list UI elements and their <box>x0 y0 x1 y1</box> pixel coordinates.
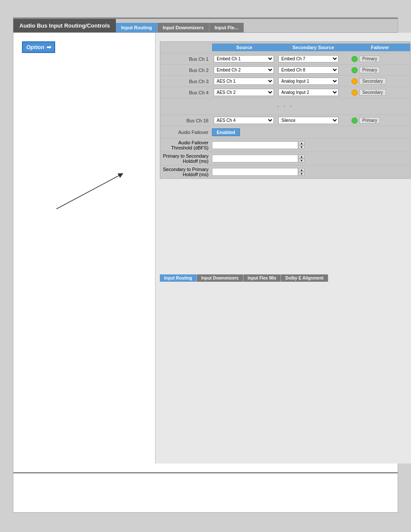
bus-ch1-failover-cell: Primary <box>350 56 410 62</box>
bus-ch3-label: Bus Ch 3 <box>160 79 212 84</box>
secondary-holdoff-input[interactable]: 0 <box>212 168 298 176</box>
page-wrapper: Audio Bus Input Routing/Controls Input R… <box>13 17 398 513</box>
bus-ch2-status-dot <box>352 67 358 73</box>
bottom-tabs: Input Routing Input Downmixers Input Fle… <box>160 274 411 282</box>
col-secondary-header: Secondary Source <box>277 44 350 51</box>
secondary-holdoff-label: Secondary to Primary Holdoff (ms) <box>160 167 212 177</box>
bus-ch3-source-cell: AES Ch 1 <box>212 77 277 85</box>
tabs-section: Input Routing Input Downmixers Input Fle… <box>116 19 244 32</box>
primary-holdoff-row: Primary to Secondary Holdoff (ms) 5000 ▲… <box>160 152 410 165</box>
routing-table-wrapper: Source Secondary Source Failover Bus Ch … <box>160 41 411 282</box>
routing-table-header: Source Secondary Source Failover <box>160 42 410 53</box>
bus-ch1-source-select[interactable]: Embed Ch 1 <box>214 55 274 62</box>
bus-ch1-secondary-select[interactable]: Embed Ch 7 <box>278 55 339 62</box>
audio-failover-label: Audio Failover <box>160 130 212 135</box>
bus-ch2-label: Bus Ch 2 <box>160 68 212 73</box>
bus-ch3-source-select[interactable]: AES Ch 1 <box>214 78 274 85</box>
bus-ch1-status-dot <box>352 56 358 62</box>
title-section: Audio Bus Input Routing/Controls <box>13 19 116 32</box>
bus-ch1-secondary-cell: Embed Ch 7 <box>277 55 350 63</box>
table-row: Bus Ch 2 Embed Ch 2 Embed Ch 8 <box>160 64 410 75</box>
threshold-down-button[interactable]: ▼ <box>299 145 305 149</box>
secondary-holdoff-row: Secondary to Primary Holdoff (ms) 0 ▲ ▼ <box>160 165 410 178</box>
audio-failover-btn-cell: Enabled <box>212 128 277 136</box>
bus-ch4-failover-label: Secondary <box>359 89 386 96</box>
primary-holdoff-input-cell: 5000 ▲ ▼ <box>212 155 350 162</box>
primary-holdoff-label: Primary to Secondary Holdoff (ms) <box>160 153 212 164</box>
bus-ch4-label: Bus Ch 4 <box>160 90 212 95</box>
ellipsis-rows: · · · <box>160 98 410 115</box>
bottom-tab-input-routing[interactable]: Input Routing <box>160 274 197 282</box>
tab-input-downmixers[interactable]: Input Downmixers <box>158 23 209 32</box>
table-row: Bus Ch 4 AES Ch 2 Analog Input 2 <box>160 87 410 98</box>
bus-ch1-failover-label: Primary <box>359 56 380 62</box>
routing-table: Source Secondary Source Failover Bus Ch … <box>160 41 411 179</box>
threshold-label: Audio Failover Threshold (dBFS) <box>160 140 212 150</box>
option-button[interactable]: Option ➡ <box>22 41 55 53</box>
bus-ch2-failover-label: Primary <box>359 67 380 73</box>
bus-ch3-status-dot <box>352 78 358 84</box>
bus-ch1-source-cell: Embed Ch 1 <box>212 55 277 63</box>
bus-ch3-secondary-select[interactable]: Analog Input 1 <box>278 78 339 85</box>
bottom-tab-input-downmixers[interactable]: Input Downmixers <box>197 274 243 282</box>
bus-ch3-failover-label: Secondary <box>359 78 386 84</box>
content-area: Option ➡ Source Secondary Source Failove… <box>13 33 398 464</box>
bottom-tab-dolby-e-alignment[interactable]: Dolby E Alignment <box>281 274 328 282</box>
audio-failover-enabled-button[interactable]: Enabled <box>212 128 240 136</box>
bus-ch2-source-select[interactable]: Embed Ch 2 <box>214 66 274 74</box>
bottom-border <box>13 472 398 473</box>
bus-ch2-source-cell: Embed Ch 2 <box>212 66 277 74</box>
page-title: Audio Bus Input Routing/Controls <box>19 22 110 29</box>
bus-ch16-failover-label: Primary <box>359 117 380 124</box>
bus-ch16-source-cell: AES Ch 4 <box>212 116 277 124</box>
left-panel: Option ➡ <box>13 33 156 464</box>
audio-failover-row: Audio Failover Enabled <box>160 126 410 138</box>
table-row: Bus Ch 1 Embed Ch 1 Embed Ch 7 <box>160 53 410 64</box>
tab-input-routing[interactable]: Input Routing <box>116 23 157 32</box>
bottom-tab-input-flex-mix[interactable]: Input Flex Mix <box>243 274 281 282</box>
bus-ch3-failover-cell: Secondary <box>350 78 410 84</box>
bus-ch16-label: Bus Ch 16 <box>160 118 212 123</box>
option-arrow-icon: ➡ <box>46 44 51 50</box>
bus-ch4-secondary-select[interactable]: Analog Input 2 <box>278 89 339 96</box>
primary-holdoff-up-button[interactable]: ▲ <box>299 155 305 159</box>
bus-ch16-status-dot <box>352 118 358 124</box>
bus-ch1-label: Bus Ch 1 <box>160 56 212 62</box>
option-label: Option <box>26 44 44 50</box>
bus-ch2-secondary-cell: Embed Ch 8 <box>277 66 350 74</box>
right-panel: Source Secondary Source Failover Bus Ch … <box>156 33 411 464</box>
bus-ch4-status-dot <box>352 90 358 96</box>
threshold-up-button[interactable]: ▲ <box>299 141 305 145</box>
threshold-row: Audio Failover Threshold (dBFS) -60.0 ▲ … <box>160 138 410 152</box>
table-row: Bus Ch 3 AES Ch 1 Analog Input 1 <box>160 75 410 87</box>
bus-ch4-source-select[interactable]: AES Ch 2 <box>214 89 274 96</box>
col-failover-header: Failover <box>350 44 410 51</box>
bus-ch16-secondary-select[interactable]: Silence <box>278 117 339 124</box>
secondary-holdoff-up-button[interactable]: ▲ <box>299 168 305 172</box>
primary-holdoff-down-button[interactable]: ▼ <box>299 159 305 162</box>
primary-holdoff-input[interactable]: 5000 <box>212 155 298 162</box>
bus-ch4-source-cell: AES Ch 2 <box>212 88 277 96</box>
threshold-input-cell: -60.0 ▲ ▼ <box>212 141 350 149</box>
col-source-header: Source <box>212 44 277 51</box>
bus-ch16-source-select[interactable]: AES Ch 4 <box>214 117 274 124</box>
secondary-holdoff-input-cell: 0 ▲ ▼ <box>212 168 350 176</box>
bus-ch16-failover-cell: Primary <box>350 117 410 124</box>
bus-ch4-failover-cell: Secondary <box>350 89 410 96</box>
bus-ch2-secondary-select[interactable]: Embed Ch 8 <box>278 66 339 74</box>
secondary-holdoff-down-button[interactable]: ▼ <box>299 172 305 176</box>
tab-input-flex[interactable]: Input Fle... <box>209 23 244 32</box>
bus-ch3-secondary-cell: Analog Input 1 <box>277 77 350 85</box>
col-label-header <box>160 44 212 51</box>
bus-ch2-failover-cell: Primary <box>350 67 410 73</box>
bus-ch4-secondary-cell: Analog Input 2 <box>277 88 350 96</box>
table-row: Bus Ch 16 AES Ch 4 Silence <box>160 115 410 126</box>
threshold-input[interactable]: -60.0 <box>212 141 298 149</box>
bus-ch16-secondary-cell: Silence <box>277 116 350 124</box>
header-panel: Audio Bus Input Routing/Controls Input R… <box>13 19 398 33</box>
